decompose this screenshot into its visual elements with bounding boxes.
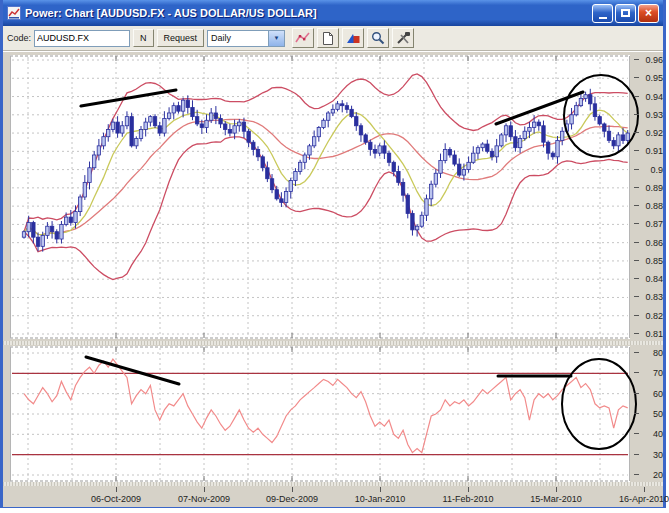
rsi-axis-label: 70 [653, 368, 663, 378]
date-tick [116, 487, 117, 492]
close-icon: × [645, 6, 652, 20]
rsi-axis-label: 30 [653, 450, 663, 460]
price-axis-label: 0.92 [645, 128, 663, 138]
axis-tick [634, 242, 639, 243]
app-icon [7, 6, 21, 20]
price-axis-label: 0.83 [645, 292, 663, 302]
name-lookup-button[interactable]: N [133, 29, 154, 47]
zoom-button[interactable] [367, 28, 389, 48]
maximize-button[interactable] [615, 4, 636, 23]
price-axis-label: 0.9 [650, 165, 663, 175]
price-axis: 0.960.950.940.930.920.910.90.890.880.870… [633, 55, 665, 339]
price-axis-label: 0.88 [645, 201, 663, 211]
close-button[interactable]: × [638, 4, 659, 23]
date-tick [204, 487, 205, 492]
date-label: 06-Oct-2009 [91, 494, 141, 504]
rsi-axis-label: 40 [653, 429, 663, 439]
price-axis-label: 0.94 [645, 92, 663, 102]
axis-tick [634, 59, 639, 60]
axis-tick [634, 223, 639, 224]
date-label: 11-Feb-2010 [443, 494, 494, 504]
minimize-icon [599, 17, 607, 19]
axis-tick [634, 372, 639, 373]
code-label: Code: [7, 33, 31, 43]
rsi-axis-label: 20 [653, 470, 663, 480]
axis-tick [634, 114, 639, 115]
price-axis-label: 0.85 [645, 256, 663, 266]
axis-tick [634, 77, 639, 78]
chart-colors-button[interactable] [342, 28, 364, 48]
price-axis-label: 0.95 [645, 73, 663, 83]
axis-tick [634, 96, 639, 97]
axis-tick [634, 187, 639, 188]
main-chart-panel[interactable] [10, 55, 630, 339]
chart-client-area: 0.960.950.940.930.920.910.90.890.880.870… [3, 51, 663, 507]
axis-tick [634, 132, 639, 133]
new-document-button[interactable] [317, 28, 339, 48]
price-axis-label: 0.91 [645, 146, 663, 156]
axis-tick [634, 260, 639, 261]
x-axis: 06-Oct-200907-Nov-200909-Dec-200910-Jan-… [3, 487, 663, 507]
new-document-icon [321, 31, 335, 46]
axis-tick [634, 169, 639, 170]
date-tick [380, 487, 381, 492]
chart-colors-icon [346, 31, 361, 45]
price-chart-icon-button[interactable] [292, 28, 314, 48]
date-tick [556, 487, 557, 492]
rsi-chart [10, 346, 630, 482]
period-select[interactable]: Daily ▼ [207, 30, 285, 47]
date-label: 07-Nov-2009 [178, 494, 230, 504]
axis-tick [634, 352, 639, 353]
rsi-panel[interactable] [10, 346, 630, 482]
toolbar: Code: N Request Daily ▼ [3, 26, 663, 51]
axis-tick [634, 150, 639, 151]
date-label: 09-Dec-2009 [266, 494, 318, 504]
bottom-splitter [3, 482, 663, 486]
code-input[interactable] [34, 30, 130, 47]
minimize-button[interactable] [592, 4, 613, 23]
axis-tick [634, 205, 639, 206]
candlestick-chart [10, 55, 630, 339]
tools-button[interactable] [392, 28, 414, 48]
request-button[interactable]: Request [157, 29, 205, 47]
chevron-down-icon: ▼ [268, 31, 284, 46]
price-axis-label: 0.86 [645, 238, 663, 248]
rsi-axis-label: 80 [653, 348, 663, 358]
axis-tick [634, 393, 639, 394]
title-bar[interactable]: Power: Chart [AUDUSD.FX - AUS DOLLAR/US … [3, 0, 663, 26]
date-tick [644, 487, 645, 492]
price-axis-label: 0.82 [645, 311, 663, 321]
panel-splitter[interactable] [3, 341, 663, 345]
axis-tick [634, 278, 639, 279]
date-label: 10-Jan-2010 [355, 494, 406, 504]
date-label: 16-Apr-2010 [619, 494, 669, 504]
date-label: 15-Mar-2010 [530, 494, 582, 504]
zoom-icon [371, 31, 385, 45]
date-tick [468, 487, 469, 492]
maximize-icon [621, 9, 630, 17]
rsi-axis-label: 60 [653, 389, 663, 399]
period-value: Daily [208, 33, 268, 43]
axis-tick [634, 296, 639, 297]
axis-tick [634, 315, 639, 316]
price-axis-label: 0.93 [645, 110, 663, 120]
rsi-axis-label: 50 [653, 409, 663, 419]
axis-tick [634, 433, 639, 434]
axis-tick [634, 454, 639, 455]
axis-tick [634, 333, 639, 334]
price-axis-label: 0.84 [645, 274, 663, 284]
window-title: Power: Chart [AUDUSD.FX - AUS DOLLAR/US … [25, 7, 588, 19]
axis-tick [634, 413, 639, 414]
axis-tick [634, 474, 639, 475]
price-axis-label: 0.89 [645, 183, 663, 193]
price-chart-icon [295, 31, 311, 45]
rsi-axis: 80706050403020 [633, 346, 665, 482]
price-axis-label: 0.87 [645, 219, 663, 229]
app-window: Power: Chart [AUDUSD.FX - AUS DOLLAR/US … [0, 0, 666, 508]
price-axis-label: 0.96 [645, 55, 663, 65]
tools-icon [396, 31, 411, 45]
date-tick [292, 487, 293, 492]
price-axis-label: 0.81 [645, 329, 663, 339]
